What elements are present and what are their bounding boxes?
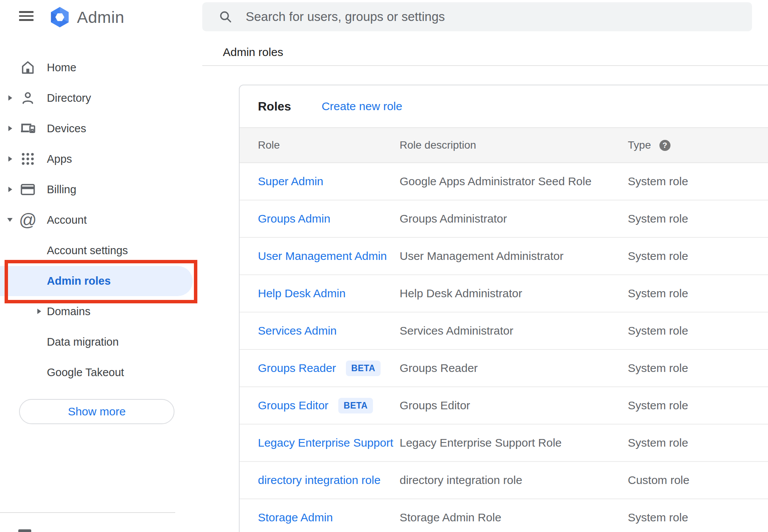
role-description: Legacy Enterprise Support Role [400,436,628,449]
show-more-button[interactable]: Show more [19,399,174,424]
home-icon [19,59,36,76]
header-divider [202,65,768,66]
sidebar-item-account-settings[interactable]: Account settings [0,235,195,266]
sidebar-item-label: Billing [47,183,76,196]
help-icon[interactable]: ? [659,140,670,151]
column-header-type: Type [628,139,651,151]
sidebar-item-billing[interactable]: Billing [0,174,195,205]
panel-title: Roles [258,99,291,114]
sidebar-item-label: Admin roles [47,275,111,287]
role-type: System role [628,362,768,375]
role-description: directory integration role [400,474,628,487]
table-row: Help Desk Admin Help Desk Administrator … [240,275,768,312]
role-type: System role [628,250,768,263]
role-link[interactable]: Groups Editor [258,399,328,412]
sidebar-item-label: Google Takeout [47,366,124,379]
roles-panel: Roles Create new role Role Role descript… [239,85,768,532]
sidebar-item-label: Data migration [47,336,119,348]
menu-icon[interactable] [19,11,34,23]
table-row: User Management Admin User Management Ad… [240,238,768,275]
sidebar-item-data-migration[interactable]: Data migration [0,327,195,357]
role-type: System role [628,324,768,337]
role-type: Custom role [628,474,768,487]
sidebar-item-label: Directory [47,92,91,104]
person-icon [19,90,36,106]
table-row: Groups Reader BETA Groups Reader System … [240,350,768,387]
role-type: System role [628,511,768,524]
role-type: System role [628,212,768,225]
role-description: User Management Administrator [400,250,628,263]
role-type: System role [628,287,768,300]
table-row: Services Admin Services Administrator Sy… [240,312,768,350]
collapse-arrow-icon[interactable] [7,218,13,222]
search-input[interactable]: Search for users, groups or settings [202,2,752,31]
sidebar-item-label: Account [47,214,87,226]
menu-bar [19,15,34,17]
apps-grid-icon [19,151,36,167]
sidebar-item-domains[interactable]: Domains [0,296,195,327]
role-link[interactable]: Legacy Enterprise Support [258,436,393,449]
menu-bar [19,11,34,13]
expand-arrow-icon[interactable] [37,309,41,314]
app-title: Admin [77,6,124,29]
credit-card-icon [19,181,36,198]
role-type: System role [628,399,768,412]
role-type: System role [628,436,768,449]
expand-arrow-icon[interactable] [8,187,12,192]
clipped-sidebar-icon [18,529,31,532]
search-icon [218,10,233,24]
table-row: Storage Admin Storage Admin Role System … [240,499,768,532]
role-description: Groups Editor [400,399,628,412]
beta-badge: BETA [346,361,381,376]
sidebar-item-label: Apps [47,153,72,165]
table-row: Super Admin Google Apps Administrator Se… [240,163,768,200]
sidebar-item-google-takeout[interactable]: Google Takeout [0,357,195,388]
search-placeholder: Search for users, groups or settings [246,10,445,24]
role-link[interactable]: directory integration role [258,474,381,487]
sidebar-item-admin-roles[interactable]: Admin roles [0,266,195,296]
role-link[interactable]: Groups Admin [258,212,330,225]
role-description: Help Desk Administrator [400,287,628,300]
role-link[interactable]: Groups Reader [258,362,336,375]
sidebar-item-directory[interactable]: Directory [0,83,195,113]
sidebar-item-apps[interactable]: Apps [0,144,195,174]
sidebar-item-home[interactable]: Home [0,52,195,83]
show-more-label: Show more [68,405,126,418]
sidebar-item-label: Devices [47,122,86,135]
role-description: Services Administrator [400,324,628,337]
expand-arrow-icon[interactable] [8,156,12,162]
table-header-row: Role Role description Type ? [240,127,768,163]
role-description: Groups Reader [400,362,628,375]
sidebar-item-label: Account settings [47,244,128,257]
sidebar-item-label: Domains [47,305,90,318]
role-link[interactable]: User Management Admin [258,250,387,263]
role-type: System role [628,175,768,188]
beta-badge: BETA [338,398,373,413]
menu-bar [19,19,34,21]
breadcrumb: Admin roles [223,46,283,59]
role-link[interactable]: Help Desk Admin [258,287,346,300]
role-link[interactable]: Storage Admin [258,511,333,524]
table-row: Legacy Enterprise Support Legacy Enterpr… [240,425,768,462]
sidebar-item-label: Home [47,61,76,74]
role-description: Groups Administrator [400,212,628,225]
role-description: Google Apps Administrator Seed Role [400,175,628,188]
expand-arrow-icon[interactable] [8,95,12,101]
devices-icon [19,120,36,137]
at-sign-icon: @ [19,212,36,228]
role-description: Storage Admin Role [400,511,628,524]
column-header-role: Role [258,139,400,151]
expand-arrow-icon[interactable] [8,126,12,131]
table-row: Groups Editor BETA Groups Editor System … [240,387,768,425]
sidebar-item-account[interactable]: @ Account [0,205,195,235]
table-row: directory integration role directory int… [240,462,768,499]
create-new-role-link[interactable]: Create new role [322,100,402,113]
table-row: Groups Admin Groups Administrator System… [240,200,768,238]
role-link[interactable]: Super Admin [258,175,323,188]
column-header-description: Role description [400,139,628,151]
sidebar-item-devices[interactable]: Devices [0,113,195,144]
sidebar-divider [0,512,175,513]
role-link[interactable]: Services Admin [258,324,337,337]
roles-panel-header: Roles Create new role [240,85,768,127]
admin-logo-icon [48,6,71,29]
